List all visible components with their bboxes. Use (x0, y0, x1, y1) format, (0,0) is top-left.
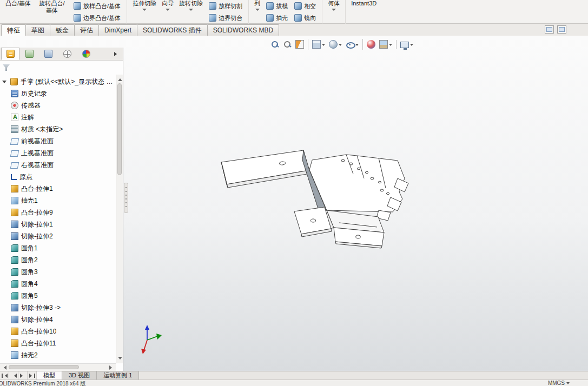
study-tab-label: 模型 (43, 371, 55, 380)
loft-cut-icon (209, 2, 216, 10)
displaymanager-tab-icon (82, 50, 90, 58)
tree-item[interactable]: 切除-拉伸2 (0, 230, 115, 242)
command-tab[interactable]: 钣金 (50, 24, 75, 36)
panel-tab[interactable] (77, 48, 95, 60)
panel-tab[interactable] (39, 48, 57, 60)
status-text: SOLIDWORKS Premium 2018 x64 版 (0, 380, 85, 386)
ribbon-button-label: 向导 (162, 0, 174, 7)
command-tab[interactable]: 特征 (1, 24, 26, 36)
origin-icon (11, 174, 17, 180)
scrollbar-thumb[interactable] (9, 365, 79, 369)
ribbon-button[interactable]: 镜向 (293, 12, 318, 24)
study-nav-button[interactable] (28, 371, 37, 380)
scroll-right-icon[interactable] (109, 365, 114, 370)
tree-item[interactable]: 右视基准面 (0, 159, 115, 171)
tree-item[interactable]: 圆角5 (0, 290, 115, 302)
heads-up-button[interactable] (311, 39, 326, 50)
collapse-icon[interactable] (2, 78, 8, 85)
scrollbar-thumb[interactable] (117, 83, 122, 175)
panel-tab-bar (0, 48, 123, 61)
tree-item[interactable]: 传感器 (0, 99, 115, 111)
heads-up-button[interactable] (378, 39, 393, 50)
ribbon-button[interactable]: 抽壳 (265, 12, 289, 24)
panel-tab[interactable] (1, 48, 19, 60)
heads-up-button[interactable] (399, 40, 414, 49)
chevron-down-icon (355, 44, 359, 48)
study-nav-button[interactable] (9, 371, 18, 380)
ribbon-button[interactable]: 旋转凸台/基体 (35, 0, 69, 24)
command-tab[interactable]: 评估 (74, 24, 99, 36)
command-tab-label: SOLIDWORKS 插件 (143, 26, 202, 35)
ribbon-button[interactable]: 何体 (327, 0, 341, 24)
tree-item[interactable]: 切除-拉伸4 (0, 314, 115, 325)
units-selector[interactable]: MMGS (548, 380, 570, 386)
tree-item[interactable]: 圆角4 (0, 278, 115, 290)
dock-panel-icon[interactable] (545, 25, 554, 34)
ribbon-group: 拉伸切除 向导 旋转切除 (127, 0, 248, 24)
cut-extrude-icon (11, 316, 18, 323)
tree-vertical-scrollbar[interactable] (116, 75, 123, 363)
ribbon-button[interactable]: Instant3D (350, 0, 378, 24)
panel-tab[interactable] (58, 48, 76, 60)
tree-horizontal-scrollbar[interactable] (0, 363, 116, 371)
command-tab[interactable]: SOLIDWORKS MBD (207, 24, 279, 36)
study-tab[interactable]: 运动算例 1 (97, 371, 139, 380)
tree-item[interactable]: 抽壳2 (0, 349, 115, 361)
study-nav-button[interactable] (18, 371, 28, 380)
panel-tab[interactable] (20, 48, 38, 60)
heads-up-button[interactable] (282, 39, 293, 50)
study-tab[interactable]: 3D 视图 (62, 371, 97, 380)
tree-item[interactable]: 凸台-拉伸11 (0, 337, 115, 349)
ribbon-button[interactable]: 边界切台 (207, 12, 244, 24)
tree-item[interactable]: 凸台-拉伸10 (0, 325, 115, 337)
ribbon-button[interactable]: 边界凸台/基体 (72, 12, 122, 24)
scroll-left-icon[interactable] (2, 365, 6, 370)
tree-item[interactable]: 切除-拉伸1 (0, 218, 115, 230)
ribbon-button[interactable]: 放样凸台/基体 (72, 0, 122, 12)
tree-item[interactable]: 圆角1 (0, 242, 115, 254)
tree-root-item[interactable]: 手掌 (默认<<默认>_显示状态 1>) (0, 76, 115, 88)
tree-item[interactable]: 抽壳1 (0, 195, 115, 207)
tree-filter-bar[interactable] (0, 61, 123, 75)
mirror-icon (294, 14, 302, 22)
tree-item-label: 圆角4 (21, 279, 38, 289)
ribbon-button[interactable]: 拉伸切除 (131, 0, 157, 24)
ribbon-button[interactable]: 相交 (293, 0, 318, 12)
expand-panel-icon[interactable] (112, 50, 120, 58)
ribbon-button[interactable]: 列 (253, 0, 261, 24)
tree-item[interactable]: 上视基准面 (0, 147, 115, 159)
heads-up-button[interactable] (345, 39, 360, 50)
ribbon-button[interactable]: 向导 (161, 0, 175, 24)
heads-up-button[interactable] (366, 39, 376, 50)
tree-item[interactable]: 原点 (0, 171, 115, 183)
tree-root-label: 手掌 (默认<<默认>_显示状态 1>) (21, 77, 115, 86)
command-tab[interactable]: 草图 (25, 24, 50, 36)
command-tab[interactable]: SOLIDWORKS 插件 (137, 24, 208, 36)
scroll-down-icon[interactable] (118, 357, 122, 362)
scroll-up-icon[interactable] (118, 76, 122, 81)
tree-item[interactable]: 凸台-拉伸1 (0, 183, 115, 195)
command-tab[interactable]: DimXpert (98, 24, 137, 36)
study-nav-button[interactable] (0, 371, 9, 380)
ribbon-button[interactable]: 凸台/基体 (4, 0, 32, 24)
tree-item-label: 凸台-拉伸1 (21, 184, 53, 194)
tree-item[interactable]: 圆角2 (0, 254, 115, 266)
heads-up-button[interactable] (328, 39, 343, 50)
hide-show-items-icon (346, 40, 354, 49)
heads-up-button[interactable] (269, 39, 280, 50)
tree-item[interactable]: 圆角3 (0, 266, 115, 278)
study-tab[interactable]: 模型 (37, 371, 62, 380)
shell-icon (11, 351, 18, 359)
ribbon-button[interactable]: 拔模 (265, 0, 289, 12)
collapse-panel-icon[interactable] (557, 25, 566, 34)
tree-item[interactable]: 材质 <未指定> (0, 123, 115, 135)
tree-item[interactable]: 注解 (0, 111, 115, 123)
tree-item[interactable]: 切除-拉伸3 -> (0, 302, 115, 314)
tree-item[interactable]: 前视基准面 (0, 135, 115, 147)
ribbon-button[interactable]: 放样切割 (207, 0, 244, 12)
panel-splitter-handle[interactable] (124, 183, 128, 213)
ribbon-button[interactable]: 旋转切除 (178, 0, 204, 24)
heads-up-button[interactable] (294, 39, 305, 50)
tree-item[interactable]: 历史记录 (0, 88, 115, 99)
tree-item[interactable]: 凸台-拉伸9 (0, 207, 115, 218)
